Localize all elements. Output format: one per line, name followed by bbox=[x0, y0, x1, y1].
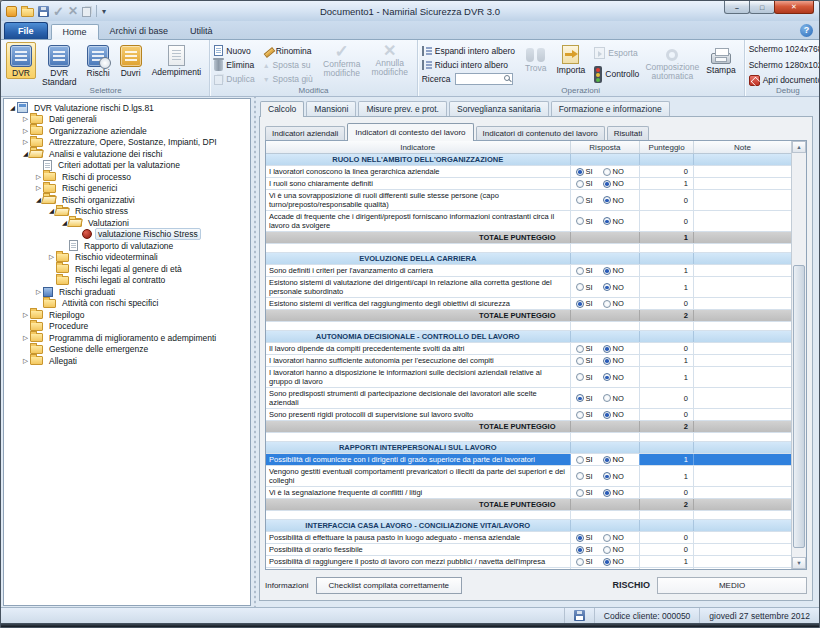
radio-si-icon[interactable] bbox=[576, 394, 584, 402]
table-row[interactable]: Possibilità di svolgere lavoro part-time… bbox=[266, 568, 791, 570]
close-button[interactable] bbox=[774, 1, 814, 14]
tab-utilita[interactable]: Utilità bbox=[179, 23, 224, 39]
radio-no-icon[interactable] bbox=[603, 489, 611, 497]
note-cell[interactable] bbox=[694, 343, 791, 354]
radio-option-si[interactable]: SI bbox=[576, 217, 593, 226]
minimize-button[interactable] bbox=[724, 1, 750, 14]
apri-documento-button[interactable]: Apri documento bbox=[749, 73, 820, 87]
radio-si-icon[interactable] bbox=[576, 489, 584, 497]
radio-no-icon[interactable] bbox=[603, 456, 611, 464]
tree-item-rischio-stress[interactable]: ◢Rischio stress bbox=[5, 206, 250, 218]
note-cell[interactable] bbox=[694, 277, 791, 297]
radio-si-icon[interactable] bbox=[576, 570, 584, 571]
radio-no-icon[interactable] bbox=[603, 570, 611, 571]
table-row[interactable]: Accade di frequente che i dirigenti/prep… bbox=[266, 211, 791, 232]
note-cell[interactable] bbox=[694, 367, 791, 387]
radio-option-no[interactable]: NO bbox=[603, 344, 624, 353]
table-row[interactable]: Possibilità di raggiungere il posto di l… bbox=[266, 556, 791, 568]
radio-no-icon[interactable] bbox=[603, 345, 611, 353]
table-row[interactable]: Vi è la segnalazione frequente di confli… bbox=[266, 487, 791, 499]
schermo-1280-button[interactable]: Schermo 1280x1024 bbox=[749, 58, 820, 72]
tree-item-valutazione-rischio-stress[interactable]: valutazione Rischio Stress bbox=[5, 229, 250, 241]
dvr-standard-button[interactable]: DVR Standard bbox=[38, 42, 81, 88]
radio-option-si[interactable]: SI bbox=[576, 455, 593, 464]
note-cell[interactable] bbox=[694, 568, 791, 570]
note-cell[interactable] bbox=[694, 166, 791, 177]
radio-option-si[interactable]: SI bbox=[576, 545, 593, 554]
radio-no-icon[interactable] bbox=[603, 267, 611, 275]
radio-option-no[interactable]: NO bbox=[603, 545, 624, 554]
expand-expander-icon[interactable]: ▷ bbox=[34, 173, 43, 181]
tab-formazione-e-informazione[interactable]: Formazione e informazione bbox=[551, 101, 670, 116]
radio-option-si[interactable]: SI bbox=[576, 179, 593, 188]
radio-option-no[interactable]: NO bbox=[603, 410, 624, 419]
radio-option-no[interactable]: NO bbox=[603, 283, 624, 292]
note-cell[interactable] bbox=[694, 466, 791, 486]
table-row[interactable]: Possibilità di comunicare con i dirigent… bbox=[266, 454, 791, 466]
tree-item-rischi-di-processo[interactable]: ▷Rischi di processo bbox=[5, 171, 250, 183]
importa-button[interactable]: Importa bbox=[553, 42, 590, 76]
tree-item-dati-generali[interactable]: ▷Dati generali bbox=[5, 114, 250, 126]
expand-expander-icon[interactable]: ▷ bbox=[34, 184, 43, 192]
radio-option-no[interactable]: NO bbox=[603, 569, 624, 570]
radio-no-icon[interactable] bbox=[603, 300, 611, 308]
table-scrollbar[interactable] bbox=[791, 141, 806, 569]
radio-no-icon[interactable] bbox=[603, 472, 611, 480]
note-cell[interactable] bbox=[694, 355, 791, 366]
radio-option-no[interactable]: NO bbox=[603, 472, 624, 481]
table-row[interactable]: Sono definiti i criteri per l'avanzament… bbox=[266, 265, 791, 277]
tree-item-rischi-graduati[interactable]: ▷Rischi graduati bbox=[5, 286, 250, 298]
tree-item-rischi-organizzativi[interactable]: ◢Rischi organizzativi bbox=[5, 194, 250, 206]
duvri-button[interactable]: Duvri bbox=[116, 42, 146, 79]
table-row[interactable]: Possibilità di effettuare la pausa pasto… bbox=[266, 532, 791, 544]
tree-item-gestione-delle-emergenze[interactable]: Gestione delle emergenze bbox=[5, 344, 250, 356]
radio-option-si[interactable]: SI bbox=[576, 299, 593, 308]
dvr-button[interactable]: DVR bbox=[6, 42, 36, 79]
note-cell[interactable] bbox=[694, 409, 791, 420]
rinomina-button[interactable]: Rinomina bbox=[263, 44, 313, 58]
radio-si-icon[interactable] bbox=[576, 196, 584, 204]
subtab-indicatori-di-contesto-del-lavoro[interactable]: Indicatori di contesto del lavoro bbox=[347, 123, 473, 141]
expand-expander-icon[interactable]: ▷ bbox=[21, 334, 30, 342]
radio-no-icon[interactable] bbox=[603, 411, 611, 419]
radio-option-no[interactable]: NO bbox=[603, 217, 624, 226]
radio-si-icon[interactable] bbox=[576, 534, 584, 542]
radio-no-icon[interactable] bbox=[603, 196, 611, 204]
note-cell[interactable] bbox=[694, 532, 791, 543]
radio-si-icon[interactable] bbox=[576, 283, 584, 291]
controllo-button[interactable]: Controllo bbox=[594, 67, 639, 81]
tab-home[interactable]: Home bbox=[51, 24, 99, 40]
radio-si-icon[interactable] bbox=[576, 168, 584, 176]
radio-si-icon[interactable] bbox=[576, 300, 584, 308]
collapse-expander-icon[interactable]: ◢ bbox=[8, 104, 17, 112]
radio-option-si[interactable]: SI bbox=[576, 283, 593, 292]
tree-item-rischi-legati-al-contratto[interactable]: Rischi legati al contratto bbox=[5, 275, 250, 287]
radio-si-icon[interactable] bbox=[576, 546, 584, 554]
rischi-button[interactable]: Rischi bbox=[83, 42, 114, 79]
tab-sorveglianza-sanitaria[interactable]: Sorveglianza sanitaria bbox=[449, 101, 549, 116]
tab-misure-prev-e-prot[interactable]: Misure prev. e prot. bbox=[358, 101, 447, 116]
radio-no-icon[interactable] bbox=[603, 357, 611, 365]
note-cell[interactable] bbox=[694, 211, 791, 231]
expand-expander-icon[interactable]: ▷ bbox=[21, 115, 30, 123]
radio-no-icon[interactable] bbox=[603, 546, 611, 554]
radio-option-no[interactable]: NO bbox=[603, 373, 624, 382]
tab-calcolo[interactable]: Calcolo bbox=[260, 101, 304, 117]
espandi-albero-button[interactable]: Espandi intero albero bbox=[422, 44, 515, 58]
tree-item-dvr-valutazione-rischi-d-lgs-81[interactable]: ◢DVR Valutazione rischi D.lgs.81 bbox=[5, 102, 250, 114]
subtab-indicatori-di-contenuto-del-lavoro[interactable]: Indicatori di contenuto del lavoro bbox=[476, 126, 605, 140]
radio-si-icon[interactable] bbox=[576, 373, 584, 381]
stampa-button[interactable]: Stampa bbox=[702, 42, 739, 76]
table-row[interactable]: Vengono gestiti eventuali comportamenti … bbox=[266, 466, 791, 487]
tab-mansioni[interactable]: Mansioni bbox=[306, 101, 356, 116]
subtab-indicatori-aziendali[interactable]: Indicatori aziendali bbox=[265, 126, 345, 140]
scroll-up-icon[interactable] bbox=[792, 141, 806, 153]
table-row[interactable]: Esistono sistemi di verifica del raggiun… bbox=[266, 298, 791, 310]
tree-item-criteri-adottati-per-la-valutazione[interactable]: Criteri adottati per la valutazione bbox=[5, 160, 250, 172]
note-cell[interactable] bbox=[694, 544, 791, 555]
expand-expander-icon[interactable]: ▷ bbox=[21, 311, 30, 319]
maximize-button[interactable] bbox=[749, 1, 775, 14]
table-row[interactable]: Esistono sistemi di valutazione dei diri… bbox=[266, 277, 791, 298]
radio-no-icon[interactable] bbox=[603, 168, 611, 176]
tree-item-procedure[interactable]: Procedure bbox=[5, 321, 250, 333]
